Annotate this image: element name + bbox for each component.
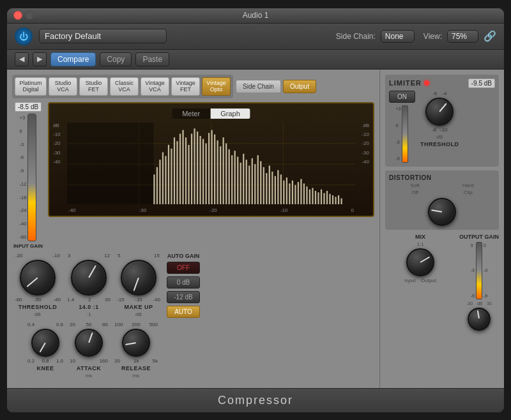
svg-rect-44 [257,155,259,204]
limiter-fader-section: ON +3 0 -3 -9 [389,91,415,163]
graph-meter-tabs: Meter Graph [172,109,250,119]
svg-rect-57 [294,185,296,204]
view-select[interactable]: 75% [447,30,478,43]
threshold-db-label: dB [34,311,41,317]
tab-studio-vca[interactable]: StudioVCA [49,77,77,96]
attack-knob-label: ATTACK [77,365,102,371]
fader-bar[interactable] [27,114,36,241]
input-gain-value: -8.5 dB [15,102,42,112]
view-label: View: [423,32,442,41]
copy-button[interactable]: Copy [100,52,132,66]
ratio-scale-bottom: 1.4 2 30 [67,297,111,303]
limiter-on-button[interactable]: ON [389,91,415,103]
ratio-knob[interactable] [71,260,107,296]
nav-forward-button[interactable]: ▶ [33,52,47,66]
makeup-knob-group: 5 15 -15 -10 -40 MAKE UP dB [117,253,160,317]
knee-scale-bottom: 0.2 0.8 1.0 [27,358,63,364]
nav-back-button[interactable]: ◀ [15,52,29,66]
auto-gain-minus12-button[interactable]: -12 dB [167,291,200,303]
svg-rect-56 [292,181,293,204]
minimize-button[interactable] [25,11,34,20]
limiter-threshold-label: THRESHOLD [420,141,459,147]
ratio-knob-group: 3 12 1.4 2 30 14.0 :1 :1 [67,253,111,317]
distortion-section: DISTORTION Soft Hard Off Clip [385,170,499,230]
knobs-row-2: 0.4 0.6 0.2 0.8 1.0 KNEE 20 50 [12,322,374,379]
compare-button[interactable]: Compare [50,52,96,66]
makeup-knob[interactable] [121,260,156,296]
svg-rect-67 [323,193,324,204]
output-fader: 0 -3 -9 [471,242,487,299]
tab-studio-fet[interactable]: StudioFET [79,77,108,96]
svg-rect-72 [338,195,339,204]
knee-scale-top: 0.4 0.6 [27,322,63,327]
knee-knob[interactable] [31,329,59,357]
preset-select[interactable]: Factory Default [39,29,167,43]
ratio-unit-label: :1 [87,311,91,317]
limiter-threshold-knob[interactable] [425,98,454,126]
distortion-labels2: Off Clip [389,190,495,195]
graph-db-right-label: dB [363,123,369,128]
mix-knob[interactable] [406,248,434,276]
tab-vintage-vca[interactable]: VintageVCA [141,77,169,96]
tab-vintage-opto[interactable]: VintageOpto [202,77,231,96]
svg-rect-32 [223,137,224,204]
svg-rect-15 [174,137,175,204]
output-fader-bar[interactable] [476,242,482,299]
output-tab-button[interactable]: Output [283,80,316,93]
auto-gain-auto-button[interactable]: AUTO [167,306,200,318]
tab-platinum-digital[interactable]: PlatinumDigital [15,77,47,96]
knobs-row: -20 -10 -60 -50 -40 THRESHOLD dB 3 [12,253,374,318]
graph-x-scale: -40-30-20-100 [68,207,354,213]
svg-rect-26 [205,144,206,204]
graph-tab[interactable]: Graph [210,109,250,119]
svg-rect-50 [275,176,276,204]
threshold-knob-label: THRESHOLD [19,304,57,310]
mix-ratio: 1:1 [416,241,423,247]
knee-knob-group: 0.4 0.6 0.2 0.8 1.0 KNEE [27,322,63,371]
svg-rect-11 [162,153,164,204]
fader-scale: +3 0 -3 -6 -9 -12 -18 -24 -40 -60 [20,114,27,241]
meter-tab[interactable]: Meter [172,109,210,119]
svg-rect-7 [67,123,153,204]
plugin-window: Audio 1 ⏻ Factory Default Side Chain: No… [6,8,505,413]
auto-gain-0db-button[interactable]: 0 dB [167,276,200,289]
tab-classic-vca[interactable]: ClassicVCA [110,77,139,96]
release-knob-group: 100 200 500 20 1k 5k RELEASE ms [114,322,158,379]
limiter-value: -9.5 dB [468,79,495,88]
nav-bar: ◀ ▶ Compare Copy Paste [7,50,504,70]
release-knob[interactable] [122,329,150,357]
graph-area: Meter Graph dB dB -10-20-30-40 -10-20-30… [48,102,374,217]
svg-rect-63 [312,188,313,204]
svg-rect-27 [208,133,210,204]
distortion-knob[interactable] [428,198,456,226]
svg-rect-71 [335,197,336,204]
svg-rect-14 [171,149,172,204]
svg-rect-73 [340,199,342,204]
limiter-label: LIMITER [389,79,422,87]
svg-rect-49 [271,172,273,204]
attack-knob[interactable] [75,329,103,357]
tab-vintage-fet[interactable]: VintageFET [171,77,200,96]
auto-gain-off-button[interactable]: OFF [167,262,200,274]
paste-button[interactable]: Paste [135,52,169,66]
svg-rect-69 [329,194,330,204]
svg-rect-54 [286,177,287,204]
auto-gain-label: AUTO GAIN [167,253,199,259]
side-chain-select[interactable]: None [381,30,415,43]
power-button[interactable]: ⏻ [15,27,33,45]
limiter-fader-bar[interactable] [402,105,408,163]
link-icon[interactable]: 🔗 [484,30,496,42]
comp-tabs: PlatinumDigital StudioVCA StudioFET Clas… [12,75,233,99]
output-gain-knob[interactable] [468,308,491,331]
release-unit-label: ms [133,373,140,379]
top-bar-right: Side Chain: None View: 75% 🔗 [336,30,496,43]
bottom-label: Compressor [7,388,504,412]
side-chain-tab-button[interactable]: Side Chain [236,80,281,93]
close-button[interactable] [13,11,22,20]
output-gain-section: OUTPUT GAIN 0 -3 -9 [459,234,499,331]
svg-rect-17 [179,134,181,205]
limiter-section: LIMITER -9.5 dB ON +3 0 -3 [385,75,499,167]
input-gain-section: -8.5 dB +3 0 -3 -6 -9 -12 -18 -24 -40 [12,102,44,249]
svg-rect-74 [402,106,408,162]
threshold-knob[interactable] [20,260,56,296]
